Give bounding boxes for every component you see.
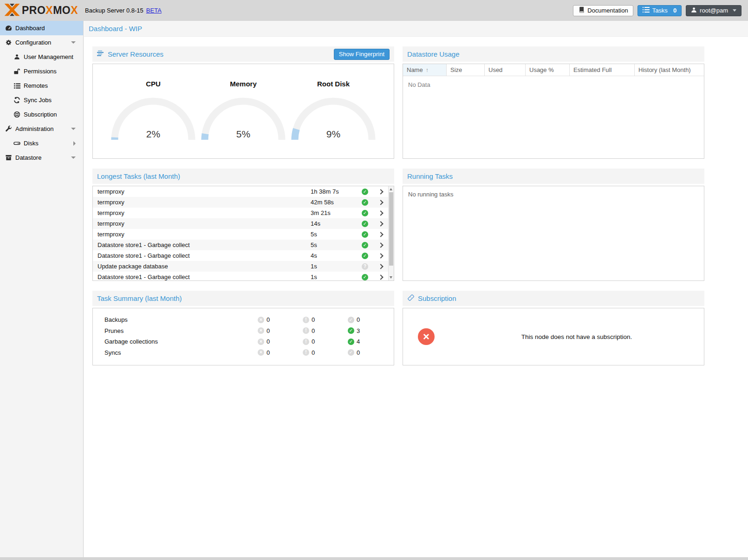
scroll-up-arrow[interactable]: [390, 188, 392, 190]
open-task-button[interactable]: [373, 233, 388, 236]
summary-row-prunes: Prunes ×0 !0 ✓3: [93, 326, 394, 337]
wrench-icon: [5, 125, 13, 132]
caret-right-icon[interactable]: [73, 141, 76, 146]
sidebar-item-configuration[interactable]: Configuration: [0, 35, 83, 50]
chevron-right-icon: [378, 232, 383, 237]
open-task-button[interactable]: [373, 265, 388, 268]
tasks-button[interactable]: Tasks 0: [637, 5, 682, 16]
chevron-right-icon: [378, 210, 383, 215]
status-ok-icon: ✓: [362, 189, 368, 195]
summary-row-backups: Backups ×0 !0 ✓0: [93, 314, 394, 326]
summary-row-garbage-collections: Garbage collections ×0 !0 ✓4: [93, 336, 394, 347]
task-row[interactable]: termproxy 14s ✓: [93, 218, 388, 229]
warning-count-icon: !: [303, 349, 309, 356]
column-header-usage-pct[interactable]: Usage %: [526, 64, 570, 76]
task-row[interactable]: Datastore store1 - Garbage collect 5s ✓: [93, 240, 388, 250]
error-count-icon: ×: [258, 339, 264, 345]
column-header-used[interactable]: Used: [485, 64, 526, 76]
memory-gauge: Memory 5%: [199, 80, 287, 141]
ok-count-icon: ✓: [348, 349, 354, 356]
documentation-button[interactable]: Documentation: [573, 5, 633, 16]
chevron-right-icon: [378, 242, 383, 247]
task-row[interactable]: Update package database 1s ?: [93, 261, 388, 272]
gears-icon: [5, 39, 13, 46]
sidebar-item-datastore[interactable]: Datastore: [0, 150, 83, 165]
scroll-down-arrow[interactable]: [390, 276, 392, 279]
proxmox-x-icon: [4, 3, 20, 19]
memory-gauge-value: 5%: [199, 129, 287, 140]
hdd-icon: [13, 140, 21, 147]
chevron-down-icon: [733, 9, 736, 12]
caret-down-icon[interactable]: [71, 41, 76, 44]
sidebar-item-administration[interactable]: Administration: [0, 122, 83, 136]
sidebar-item-subscription[interactable]: Subscription: [0, 107, 83, 122]
chevron-right-icon: [378, 253, 383, 258]
chevron-right-icon: [378, 274, 383, 280]
warning-count-icon: !: [303, 327, 309, 334]
panel-title: Server Resources: [108, 50, 163, 58]
user-icon: [13, 54, 21, 60]
summary-row-syncs: Syncs ×0 !0 ✓0: [93, 347, 394, 358]
open-task-button[interactable]: [373, 254, 388, 258]
chevron-right-icon: [378, 221, 383, 226]
chevron-right-icon: [378, 200, 383, 205]
open-task-button[interactable]: [373, 275, 388, 279]
sidebar-item-sync-jobs[interactable]: Sync Jobs: [0, 93, 83, 107]
top-bar: PROXMOX Backup Server 0.8-15 BETA Docume…: [0, 0, 748, 21]
task-row[interactable]: termproxy 42m 58s ✓: [93, 197, 388, 208]
user-menu-button[interactable]: root@pam: [686, 5, 741, 16]
longest-tasks-list: termproxy 1h 38m 7s ✓ termproxy 42m 58s …: [93, 186, 388, 281]
column-header-history[interactable]: History (last Month): [635, 64, 704, 76]
sidebar-item-remotes[interactable]: Remotes: [0, 78, 83, 93]
open-task-button[interactable]: [373, 222, 388, 226]
panel-title: Longest Tasks (last Month): [97, 172, 180, 180]
caret-down-icon[interactable]: [71, 128, 76, 130]
book-icon: [578, 7, 585, 14]
status-ok-icon: ✓: [362, 274, 368, 280]
error-count-icon: ×: [258, 317, 264, 323]
task-row[interactable]: termproxy 5s ✓: [93, 229, 388, 240]
proxmox-logo: PROXMOX: [0, 3, 78, 19]
datastore-table-header: Name ↑ Size Used Usage % Estimated Full …: [403, 64, 704, 76]
column-header-name[interactable]: Name ↑: [403, 64, 447, 76]
beta-link[interactable]: BETA: [146, 7, 162, 14]
open-task-button[interactable]: [373, 211, 388, 215]
open-task-button[interactable]: [373, 201, 388, 204]
status-ok-icon: ✓: [362, 242, 368, 248]
warning-count-icon: !: [303, 339, 309, 345]
task-row[interactable]: termproxy 1h 38m 7s ✓: [93, 186, 388, 197]
column-header-size[interactable]: Size: [447, 64, 485, 76]
open-task-button[interactable]: [373, 190, 388, 194]
sidebar-item-dashboard[interactable]: Dashboard: [0, 21, 83, 35]
root-disk-gauge-value: 9%: [289, 129, 377, 140]
task-row[interactable]: Datastore store1 - Garbage collect 4s ✓: [93, 250, 388, 261]
task-row[interactable]: termproxy 3m 21s ✓: [93, 208, 388, 218]
scrollbar-thumb[interactable]: [389, 192, 393, 266]
status-ok-icon: ✓: [362, 253, 368, 259]
column-header-estimated-full[interactable]: Estimated Full: [570, 64, 635, 76]
sort-asc-icon: ↑: [426, 67, 429, 73]
panel-title: Subscription: [418, 294, 456, 302]
ok-count-icon: ✓: [348, 339, 354, 345]
server-resources-icon: [97, 50, 104, 58]
status-ok-icon: ✓: [362, 231, 368, 238]
life-ring-icon: [13, 111, 21, 118]
open-task-button[interactable]: [373, 243, 388, 247]
datastore-empty-text: No Data: [403, 76, 704, 93]
tasks-count-badge: 0: [673, 7, 676, 14]
sidebar-item-disks[interactable]: Disks: [0, 136, 83, 150]
sidebar-item-user-management[interactable]: User Management: [0, 50, 83, 64]
scrollbar[interactable]: [388, 186, 394, 280]
caret-down-icon[interactable]: [71, 156, 76, 159]
ok-count-icon: ✓: [348, 317, 354, 323]
user-icon: [691, 7, 697, 14]
cpu-gauge-value: 2%: [109, 129, 197, 140]
sidebar-item-permissions[interactable]: Permissions: [0, 64, 83, 78]
unlock-icon: [13, 68, 21, 75]
show-fingerprint-button[interactable]: Show Fingerprint: [334, 49, 390, 60]
warning-count-icon: !: [303, 317, 309, 323]
task-row[interactable]: Datastore store1 - Garbage collect 1s ✓: [93, 272, 388, 281]
page-title: Dashboard - WIP: [84, 21, 748, 37]
panel-task-summary: Task Summary (last Month) Backups ×0 !0 …: [92, 291, 394, 365]
status-ok-icon: ✓: [362, 221, 368, 227]
